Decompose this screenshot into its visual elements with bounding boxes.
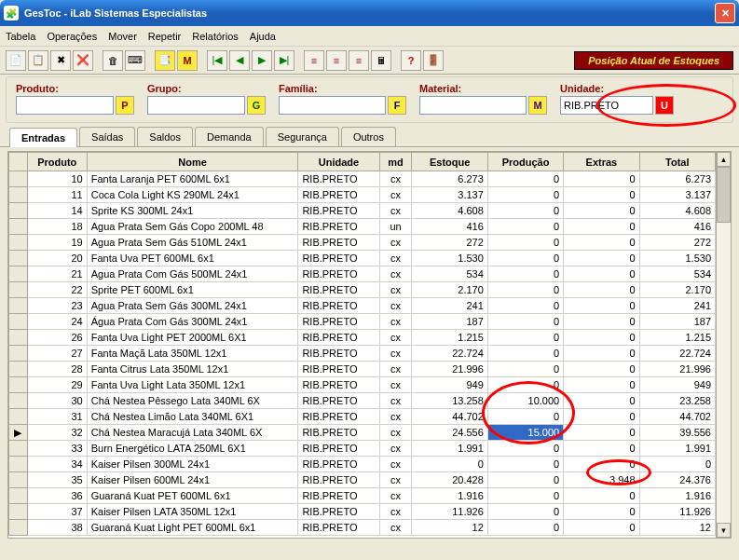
status-banner: Posição Atual de Estoques bbox=[574, 51, 733, 70]
tb-list2[interactable]: ≡ bbox=[326, 50, 347, 71]
titlebar: 🧩 GesToc - iLab Sistemas Especialistas ✕ bbox=[0, 0, 739, 26]
tb-first[interactable]: |◀ bbox=[207, 50, 227, 71]
tb-new[interactable]: 📄 bbox=[6, 50, 26, 71]
table-row[interactable]: 36Guaraná Kuat PET 600ML 6x1RIB.PRETOcx1… bbox=[9, 488, 716, 504]
table-row[interactable]: 35Kaiser Pilsen 600ML 24x1RIB.PRETOcx20.… bbox=[9, 472, 716, 488]
table-row[interactable]: 18Agua Prata Sem Gás Copo 200ML 48RIB.PR… bbox=[9, 219, 716, 235]
input-familia[interactable] bbox=[279, 96, 386, 115]
tb-clear[interactable]: ✖ bbox=[50, 50, 71, 71]
menu-ajuda[interactable]: Ajuda bbox=[250, 31, 276, 42]
label-material: Material: bbox=[419, 83, 547, 94]
table-row[interactable]: 27Fanta Maçã Lata 350ML 12x1RIB.PRETOcx2… bbox=[9, 346, 716, 362]
btn-unidade[interactable]: U bbox=[655, 96, 674, 115]
menu-operacoes[interactable]: Operações bbox=[47, 31, 97, 42]
toolbar: 📄 📋 ✖ ❌ 🗑 ⌨ 📑 M |◀ ◀ ▶ ▶| ≡ ≡ ≡ 🖩 ? 🚪 Po… bbox=[0, 47, 739, 75]
btn-produto[interactable]: P bbox=[116, 96, 134, 115]
input-unidade[interactable] bbox=[560, 96, 653, 115]
tb-list3[interactable]: ≡ bbox=[349, 50, 369, 71]
table-row[interactable]: 19Agua Prata Sem Gás 510ML 24x1RIB.PRETO… bbox=[9, 235, 716, 251]
col-md[interactable]: md bbox=[379, 153, 412, 171]
menu-repetir[interactable]: Repetir bbox=[148, 31, 181, 42]
filters-panel: Produto: P Grupo: G Família: F Material:… bbox=[6, 76, 733, 123]
input-material[interactable] bbox=[419, 96, 527, 115]
menubar: Tabela Operações Mover Repetir Relatório… bbox=[0, 26, 739, 47]
table-row[interactable]: 21Agua Prata Com Gás 500ML 24x1RIB.PRETO… bbox=[9, 266, 716, 282]
scroll-up[interactable]: ▲ bbox=[717, 152, 731, 167]
col-nome[interactable]: Nome bbox=[87, 153, 298, 171]
col-unidade[interactable]: Unidade bbox=[298, 153, 379, 171]
table-row[interactable]: 22Sprite PET 600ML 6x1RIB.PRETOcx2.17000… bbox=[9, 282, 716, 298]
close-button[interactable]: ✕ bbox=[715, 3, 735, 23]
table-row[interactable]: 20Fanta Uva PET 600ML 6x1RIB.PRETOcx1.53… bbox=[9, 251, 716, 266]
tb-exit[interactable]: 🚪 bbox=[423, 50, 444, 71]
col-estoque[interactable]: Estoque bbox=[412, 153, 487, 171]
tb-trash[interactable]: 🗑 bbox=[103, 50, 123, 71]
input-produto[interactable] bbox=[16, 96, 114, 115]
window-title: GesToc - iLab Sistemas Especialistas bbox=[24, 7, 715, 19]
tb-copy[interactable]: 📋 bbox=[28, 50, 48, 71]
table-row[interactable]: 29Fanta Uva Light Lata 350ML 12x1RIB.PRE… bbox=[9, 377, 716, 393]
tb-last[interactable]: ▶| bbox=[274, 50, 294, 71]
table-row[interactable]: 14Sprite KS 300ML 24x1RIB.PRETOcx4.60800… bbox=[9, 203, 716, 219]
table-row[interactable]: 23Agua Prata Sem Gás 300ML 24x1RIB.PRETO… bbox=[9, 298, 716, 314]
tab-saidas[interactable]: Saídas bbox=[79, 127, 135, 146]
vertical-scrollbar[interactable]: ▲ ▼ bbox=[716, 152, 731, 538]
table-row[interactable]: 34Kaiser Pilsen 300ML 24x1RIB.PRETOcx000… bbox=[9, 457, 716, 472]
table-row[interactable]: 24Água Prata Com Gás 300ML 24x1RIB.PRETO… bbox=[9, 314, 716, 330]
tab-seguranca[interactable]: Segurança bbox=[266, 127, 339, 146]
tb-help[interactable]: ? bbox=[401, 50, 421, 71]
tab-entradas[interactable]: Entradas bbox=[9, 128, 77, 147]
tabs: Entradas Saídas Saldos Demanda Segurança… bbox=[0, 123, 739, 147]
table-row[interactable]: 38Guaraná Kuat Light PET 600ML 6x1RIB.PR… bbox=[9, 520, 716, 536]
label-produto: Produto: bbox=[16, 83, 134, 94]
input-grupo[interactable] bbox=[147, 96, 245, 115]
scroll-down[interactable]: ▼ bbox=[717, 523, 731, 538]
table-row[interactable]: 28Fanta Citrus Lata 350ML 12x1RIB.PRETOc… bbox=[9, 362, 716, 377]
table-row[interactable]: 30Chá Nestea Pêssego Lata 340ML 6XRIB.PR… bbox=[9, 393, 716, 409]
tb-prev[interactable]: ◀ bbox=[229, 50, 250, 71]
menu-tabela[interactable]: Tabela bbox=[6, 31, 35, 42]
col-extras[interactable]: Extras bbox=[564, 153, 639, 171]
table-row[interactable]: 31Chá Nestea Limão Lata 340ML 6X1RIB.PRE… bbox=[9, 409, 716, 425]
col-total[interactable]: Total bbox=[639, 153, 715, 171]
tb-list1[interactable]: ≡ bbox=[304, 50, 324, 71]
table-row[interactable]: 33Burn Energético LATA 250ML 6X1RIB.PRET… bbox=[9, 441, 716, 457]
tb-delete[interactable]: ❌ bbox=[73, 50, 93, 71]
btn-grupo[interactable]: G bbox=[247, 96, 266, 115]
app-icon: 🧩 bbox=[4, 6, 19, 20]
menu-mover[interactable]: Mover bbox=[108, 31, 137, 42]
scroll-thumb[interactable] bbox=[717, 167, 731, 223]
table-row[interactable]: ▶32Chá Nestea Maracujá Lata 340ML 6XRIB.… bbox=[9, 425, 716, 441]
tab-demanda[interactable]: Demanda bbox=[195, 127, 264, 146]
table-row[interactable]: 10Fanta Laranja PET 600ML 6x1RIB.PRETOcx… bbox=[9, 171, 716, 187]
btn-familia[interactable]: F bbox=[388, 96, 406, 115]
label-unidade: Unidade: bbox=[560, 83, 674, 94]
tab-saldos[interactable]: Saldos bbox=[137, 127, 193, 146]
col-producao[interactable]: Produção bbox=[487, 153, 563, 171]
tb-m[interactable]: M bbox=[177, 50, 198, 71]
tb-calc[interactable]: 🖩 bbox=[371, 50, 391, 71]
col-produto[interactable]: Produto bbox=[27, 153, 87, 171]
menu-relatorios[interactable]: Relatórios bbox=[192, 31, 239, 42]
tb-keyboard[interactable]: ⌨ bbox=[125, 50, 145, 71]
tab-outros[interactable]: Outros bbox=[341, 127, 396, 146]
tb-doc[interactable]: 📑 bbox=[155, 50, 175, 71]
tb-next[interactable]: ▶ bbox=[252, 50, 272, 71]
btn-material[interactable]: M bbox=[528, 96, 547, 115]
table-row[interactable]: 11Coca Cola Light KS 290ML 24x1RIB.PRETO… bbox=[9, 187, 716, 203]
label-grupo: Grupo: bbox=[147, 83, 266, 94]
table-row[interactable]: 26Fanta Uva Light PET 2000ML 6X1RIB.PRET… bbox=[9, 330, 716, 346]
table-row[interactable]: 37Kaiser Pilsen LATA 350ML 12x1RIB.PRETO… bbox=[9, 504, 716, 520]
grid-container: Produto Nome Unidade md Estoque Produção… bbox=[7, 151, 732, 539]
data-grid[interactable]: Produto Nome Unidade md Estoque Produção… bbox=[8, 152, 716, 536]
label-familia: Família: bbox=[279, 83, 406, 94]
